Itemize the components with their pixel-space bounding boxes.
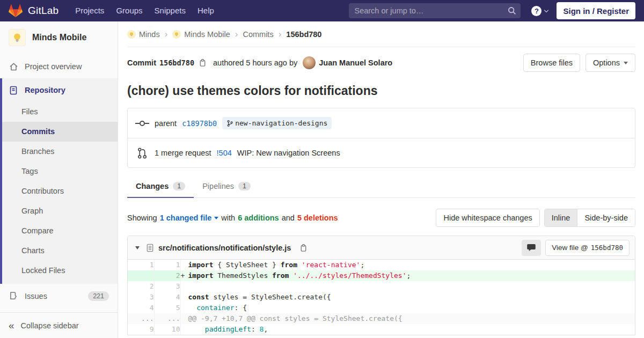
options-label: Options	[593, 58, 620, 67]
sidebar-item-repository[interactable]: Repository	[2, 78, 118, 102]
diff-file-box: src/notifications/notification/style.js …	[127, 236, 635, 335]
sidebar-item-graph[interactable]: Graph	[2, 201, 118, 221]
browse-files-button[interactable]: Browse files	[523, 54, 580, 72]
new-line-number[interactable]: 4	[154, 292, 180, 303]
gitlab-logo-link[interactable]: GitLab	[9, 4, 58, 17]
diff-line-code: paddingLeft: 8,	[180, 324, 635, 335]
old-line-number[interactable]: 2	[128, 281, 154, 292]
file-path-link[interactable]: src/notifications/notification/style.js	[158, 244, 291, 252]
tab-pipelines[interactable]: Pipelines1	[194, 175, 259, 197]
tab-label: Changes	[136, 182, 169, 190]
help-menu[interactable]: ?	[531, 6, 548, 16]
diff-table-body: 11 import { StyleSheet } from 'react-nat…	[128, 260, 635, 335]
old-line-number[interactable]: ...	[128, 313, 154, 324]
parent-row: parent c18978b0 new-navigation-designs	[128, 108, 635, 138]
and-label: and	[282, 214, 295, 222]
project-title: Minds Mobile	[32, 33, 86, 42]
diff-line: 11 import { StyleSheet } from 'react-nat…	[128, 260, 635, 270]
commit-title: (chore) use themes colors for notificati…	[127, 84, 635, 98]
sidebar-item-issues[interactable]: Issues 221	[0, 284, 118, 308]
nav-item-help[interactable]: Help	[192, 0, 220, 21]
changed-files-label: 1 changed file	[160, 214, 212, 222]
branch-badge[interactable]: new-navigation-designs	[222, 117, 332, 129]
sidebar-item-compare[interactable]: Compare	[2, 221, 118, 241]
author-name-link[interactable]: Juan Manuel Solaro	[319, 58, 392, 67]
hide-whitespace-button[interactable]: Hide whitespace changes	[436, 209, 539, 227]
changed-files-dropdown[interactable]: 1 changed file	[160, 214, 219, 222]
parent-sha-link[interactable]: c18978b0	[182, 119, 217, 128]
breadcrumb-item-commits[interactable]: Commits	[243, 30, 273, 39]
merge-request-row: 1 merge request !504 WIP: New navigation…	[128, 138, 635, 167]
sidebar-item-charts[interactable]: Charts	[2, 241, 118, 261]
tab-count-badge: 1	[238, 182, 251, 190]
old-line-number[interactable]: 3	[128, 292, 154, 303]
diff-summary-text: Showing 1 changed file with 6 additions …	[127, 214, 338, 222]
tab-changes[interactable]: Changes1	[127, 175, 194, 197]
caret-down-icon	[214, 217, 218, 219]
diff-line-code: container: {	[180, 303, 635, 313]
diff-line: 45 container: {	[128, 303, 635, 313]
copy-sha-button[interactable]	[199, 58, 207, 67]
sidebar-item-commits[interactable]: Commits	[2, 122, 118, 142]
diff-file-header: src/notifications/notification/style.js …	[128, 236, 635, 260]
nav-item-projects[interactable]: Projects	[69, 0, 110, 21]
branch-name: new-navigation-designs	[235, 119, 327, 127]
top-navbar: GitLab ProjectsGroupsSnippetsHelp ? Sign…	[0, 0, 644, 21]
sidebar-item-tags[interactable]: Tags	[2, 161, 118, 181]
commit-label: Commit	[127, 58, 156, 67]
view-file-button[interactable]: View file @ 156bd780	[545, 240, 630, 256]
repository-icon	[9, 86, 18, 95]
new-line-number[interactable]: 5	[154, 303, 180, 313]
new-line-number[interactable]: 2	[154, 270, 180, 281]
search-input[interactable]	[349, 3, 521, 18]
code-token: 'react-native'	[302, 261, 361, 269]
nav-item-snippets[interactable]: Snippets	[149, 0, 192, 21]
collapse-sidebar-button[interactable]: « Collapse sidebar	[0, 312, 118, 338]
old-line-number[interactable]: 9	[128, 324, 154, 335]
new-line-number[interactable]: 3	[154, 281, 180, 292]
inline-toggle[interactable]: Inline	[545, 209, 577, 226]
code-token: ;	[360, 261, 364, 269]
diff-summary-row: Showing 1 changed file with 6 additions …	[127, 209, 635, 227]
sidebar-item-branches[interactable]: Branches	[2, 142, 118, 161]
home-icon	[9, 62, 18, 71]
commit-refs-box: parent c18978b0 new-navigation-designs 1…	[127, 108, 635, 168]
search-box	[349, 3, 521, 18]
new-line-number[interactable]: 1	[154, 260, 180, 270]
deletions-count: 5 deletions	[297, 214, 338, 222]
code-token: from	[281, 261, 297, 269]
old-line-number[interactable]	[128, 270, 154, 281]
code-token: : {	[235, 304, 247, 312]
tab-label: Pipelines	[202, 182, 234, 190]
code-token: import	[188, 271, 214, 280]
new-line-number[interactable]: ...	[154, 313, 180, 324]
breadcrumb-item-156bd780: 156bd780	[286, 30, 321, 39]
old-line-number[interactable]: 1	[128, 260, 154, 270]
sidebar-item-locked-files[interactable]: Locked Files	[2, 261, 118, 281]
showing-label: Showing	[127, 214, 157, 222]
copy-file-path-button[interactable]	[299, 244, 308, 252]
sign-in-button[interactable]: Sign in / Register	[557, 2, 635, 19]
caret-down-icon	[624, 62, 628, 64]
view-file-label: View file @	[552, 244, 588, 252]
collapse-file-caret-icon[interactable]	[135, 246, 140, 249]
sidebar-item-project-overview[interactable]: Project overview	[0, 55, 118, 78]
code-token	[297, 261, 302, 269]
sidebar-item-files[interactable]: Files	[2, 102, 118, 122]
new-line-number[interactable]: 10	[154, 324, 180, 335]
sidebar-item-contributors[interactable]: Contributors	[2, 181, 118, 201]
author-avatar[interactable]	[303, 56, 316, 69]
code-token: ,	[264, 325, 268, 333]
breadcrumb-item-minds-mobile[interactable]: Minds Mobile	[172, 30, 230, 39]
merge-request-link[interactable]: !504	[217, 149, 232, 157]
diff-marker	[181, 260, 188, 270]
side-by-side-toggle[interactable]: Side-by-side	[577, 209, 635, 226]
sidebar-project-header[interactable]: Minds Mobile	[0, 21, 118, 55]
old-line-number[interactable]: 4	[128, 303, 154, 313]
diff-line-code: @@ -9,7 +10,7 @@ const styles = StyleShe…	[180, 313, 635, 324]
toggle-comments-button[interactable]	[522, 240, 541, 256]
nav-item-groups[interactable]: Groups	[110, 0, 148, 21]
file-actions: View file @ 156bd780	[522, 240, 630, 256]
breadcrumb-item-minds[interactable]: Minds	[127, 30, 160, 39]
options-button[interactable]: Options	[586, 54, 635, 72]
